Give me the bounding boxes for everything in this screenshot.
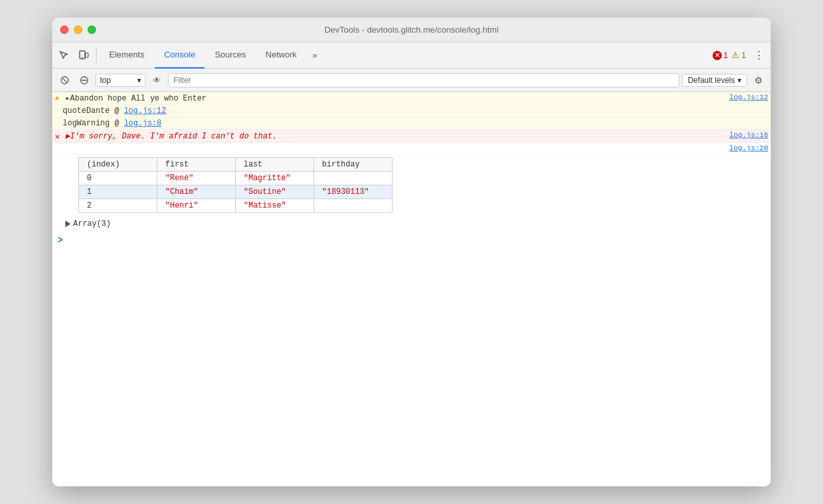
console-toolbar: top ▾ 👁 Default levels ▾ ⚙ — [52, 69, 771, 92]
source-link-1[interactable]: log.js:12 — [717, 93, 768, 101]
warning-icon: ⚠ — [732, 50, 739, 60]
source-link-table[interactable]: log.js:20 — [717, 144, 768, 152]
tab-elements[interactable]: Elements — [100, 42, 153, 69]
warning-text-2: quoteDante @ log.js:12 — [63, 106, 768, 116]
settings-button[interactable]: ⚙ — [750, 72, 767, 89]
minimize-button[interactable] — [74, 25, 82, 34]
devtools-window: DevTools - devtools.glitch.me/console/lo… — [52, 18, 771, 486]
console-line-table-source: log.js:20 — [52, 143, 771, 155]
col-header-index: (index) — [79, 158, 157, 172]
devtools-container: Elements Console Sources Network » ✕ 1 ⚠ — [52, 42, 771, 486]
console-line-warning-2: quoteDante @ log.js:12 — [52, 105, 771, 118]
expand-triangle-icon[interactable] — [65, 221, 71, 227]
device-icon[interactable] — [74, 46, 93, 65]
block-button[interactable] — [76, 72, 93, 89]
title-bar: DevTools - devtools.glitch.me/console/lo… — [52, 18, 771, 42]
cell-first-0: "René" — [157, 172, 236, 185]
console-prompt[interactable]: > — [52, 231, 771, 249]
array-label: Array(3) — [73, 219, 111, 228]
warning-text-1: ▸Abandon hope All ye who Enter — [65, 93, 717, 103]
chevron-down-icon: ▾ — [137, 76, 141, 85]
toolbar-right: ✕ 1 ⚠ 1 ⋮ — [713, 49, 768, 61]
cell-last-1: "Soutine" — [236, 185, 314, 199]
table-row: 2 "Henri" "Matisse" — [79, 199, 393, 213]
divider — [96, 48, 97, 63]
window-title: DevTools - devtools.glitch.me/console/lo… — [325, 25, 499, 35]
filter-input[interactable] — [168, 73, 679, 87]
cell-first-1: "Chaim" — [157, 185, 236, 199]
console-content: ▲ ▸Abandon hope All ye who Enter log.js:… — [52, 92, 771, 486]
cell-birthday-0 — [314, 172, 393, 185]
chevron-down-icon: ▾ — [737, 76, 741, 85]
menu-button[interactable]: ⋮ — [750, 49, 768, 61]
maximize-button[interactable] — [88, 25, 96, 34]
clear-console-button[interactable] — [56, 72, 73, 89]
cell-last-0: "Magritte" — [236, 172, 314, 185]
log-levels-button[interactable]: Default levels ▾ — [682, 74, 747, 87]
console-table: (index) first last birthday 0 "René" "Ma… — [78, 157, 393, 213]
warning-text-3: logWarning @ log.js:8 — [63, 119, 768, 128]
window-controls — [60, 25, 96, 34]
log-link-1[interactable]: log.js:12 — [124, 106, 167, 116]
svg-rect-1 — [86, 53, 88, 57]
cell-birthday-1: "18930113" — [314, 185, 393, 199]
cell-birthday-2 — [314, 199, 393, 213]
table-row: 1 "Chaim" "Soutine" "18930113" — [79, 185, 393, 199]
error-text: ▶I'm sorry, Dave. I'm afraid I can't do … — [65, 131, 717, 141]
col-header-first: first — [157, 158, 236, 172]
eye-icon: 👁 — [153, 76, 161, 85]
close-button[interactable] — [60, 25, 69, 34]
log-link-2[interactable]: log.js:8 — [124, 119, 162, 128]
warning-badge[interactable]: ⚠ 1 — [732, 50, 746, 60]
array-expand-line[interactable]: Array(3) — [52, 217, 771, 231]
prompt-icon: > — [57, 235, 63, 245]
console-table-wrapper: (index) first last birthday 0 "René" "Ma… — [52, 155, 771, 217]
table-row: 0 "René" "Magritte" — [79, 172, 393, 185]
cell-index-0: 0 — [79, 172, 157, 185]
svg-line-4 — [63, 78, 67, 82]
col-header-birthday: birthday — [314, 158, 393, 172]
warning-icon: ▲ — [55, 94, 59, 102]
console-line-error: ✕ ▶I'm sorry, Dave. I'm afraid I can't d… — [52, 130, 771, 143]
inspect-icon[interactable] — [55, 46, 73, 65]
source-link-error[interactable]: log.js:16 — [717, 131, 768, 139]
cell-index-1: 1 — [79, 185, 157, 199]
error-badge[interactable]: ✕ 1 — [713, 51, 728, 60]
cell-index-2: 2 — [79, 199, 157, 213]
tab-sources[interactable]: Sources — [206, 42, 255, 69]
gear-icon: ⚙ — [754, 75, 763, 86]
eye-button[interactable]: 👁 — [148, 72, 165, 89]
error-icon: ✕ — [713, 51, 722, 60]
cell-last-2: "Matisse" — [236, 199, 314, 213]
cell-first-2: "Henri" — [157, 199, 236, 213]
col-header-last: last — [236, 158, 314, 172]
error-icon: ✕ — [55, 132, 59, 142]
more-tabs-button[interactable]: » — [307, 50, 322, 60]
main-toolbar: Elements Console Sources Network » ✕ 1 ⚠ — [52, 42, 771, 69]
context-selector[interactable]: top ▾ — [95, 74, 146, 87]
tab-console[interactable]: Console — [155, 42, 204, 69]
tab-network[interactable]: Network — [257, 42, 306, 69]
console-line-warning-1: ▲ ▸Abandon hope All ye who Enter log.js:… — [52, 92, 771, 105]
console-line-warning-3: logWarning @ log.js:8 — [52, 118, 771, 130]
